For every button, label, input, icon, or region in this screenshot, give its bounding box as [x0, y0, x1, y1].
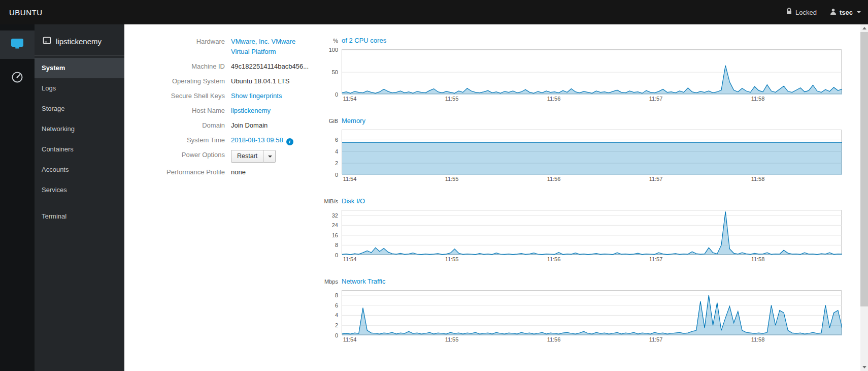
sidebar-item-terminal[interactable]: Terminal — [35, 206, 124, 227]
restart-button[interactable]: Restart — [231, 150, 263, 163]
x-tick-label: 11:56 — [547, 96, 561, 102]
hardware-link[interactable]: VMware, Inc. VMware Virtual Platform — [231, 38, 295, 55]
join-domain-link[interactable]: Join Domain — [231, 121, 268, 129]
y-tick-label: 4 — [308, 148, 338, 155]
power-options-caret-button[interactable] — [263, 150, 276, 163]
top-navbar: UBUNTU Locked tsec — [0, 0, 868, 24]
y-tick-label: 8 — [308, 241, 338, 249]
info-row-ssh-keys: Secure Shell Keys Show fingerprints — [135, 91, 308, 101]
system-info-panel: Hardware VMware, Inc. VMware Virtual Pla… — [124, 37, 308, 371]
x-tick-label: 11:56 — [547, 336, 561, 343]
scrollbar-thumb[interactable] — [860, 32, 868, 306]
x-tick-label: 11:54 — [343, 336, 357, 343]
cpu-x-axis: 11:5411:5511:5611:5711:58 — [342, 94, 842, 104]
sidebar-item-logs[interactable]: Logs — [35, 78, 124, 99]
sidebar-item-services[interactable]: Services — [35, 180, 124, 200]
operating-system-value: Ubuntu 18.04.1 LTS — [231, 76, 308, 86]
locked-indicator[interactable]: Locked — [786, 8, 817, 17]
info-row-hardware: Hardware VMware, Inc. VMware Virtual Pla… — [135, 37, 308, 57]
scroll-up-arrow[interactable] — [860, 24, 868, 32]
scroll-down-arrow[interactable] — [860, 363, 868, 371]
network-x-axis: 11:5411:5511:5611:5711:58 — [342, 335, 842, 345]
memory-unit-label: GiB — [308, 118, 338, 124]
y-tick-label: 2 — [308, 322, 338, 329]
x-tick-label: 11:55 — [445, 336, 459, 343]
sidebar-item-networking[interactable]: Networking — [35, 119, 124, 139]
system-time-link[interactable]: 2018-08-13 09:58 — [231, 136, 283, 144]
power-options-label: Power Options — [135, 150, 231, 163]
info-row-power-options: Power Options Restart — [135, 150, 308, 163]
sidebar: lipstickenemy System Logs Storage Networ… — [0, 24, 124, 371]
x-tick-label: 11:56 — [547, 256, 561, 262]
x-tick-label: 11:54 — [343, 176, 357, 182]
network-plot[interactable]: 02468 — [342, 290, 842, 335]
x-tick-label: 11:57 — [649, 176, 663, 182]
hardware-label: Hardware — [135, 37, 231, 57]
x-tick-label: 11:57 — [649, 96, 663, 102]
network-chart-title-link[interactable]: Network Traffic — [342, 277, 385, 285]
sidebar-item-storage[interactable]: Storage — [35, 99, 124, 119]
system-time-label: System Time — [135, 135, 231, 145]
lock-icon — [786, 8, 792, 17]
memory-chart: GiB Memory 0246 11:5411:5511:5611:5711:5… — [308, 117, 844, 184]
y-tick-label: 50 — [308, 69, 338, 76]
time-info-icon[interactable]: i — [286, 138, 293, 145]
host-name-link[interactable]: lipstickenemy — [231, 107, 271, 114]
charts-panel: % of 2 CPU cores 050100 11:5411:5511:561… — [308, 37, 844, 371]
y-tick-label: 4 — [308, 312, 338, 319]
info-row-operating-system: Operating System Ubuntu 18.04.1 LTS — [135, 76, 308, 86]
info-row-system-time: System Time 2018-08-13 09:58i — [135, 135, 308, 145]
cpu-plot[interactable]: 050100 — [342, 49, 842, 94]
performance-profile-value: none — [231, 167, 308, 177]
y-tick-label: 6 — [308, 136, 338, 143]
disk-io-unit-label: MiB/s — [308, 198, 338, 204]
chevron-down-icon — [857, 11, 861, 13]
y-tick-label: 16 — [308, 232, 338, 239]
host-selector[interactable]: lipstickenemy — [35, 24, 124, 55]
view-switcher-strip — [0, 24, 35, 371]
disk-io-plot[interactable]: 08162432 — [342, 210, 842, 255]
show-fingerprints-link[interactable]: Show fingerprints — [231, 92, 282, 100]
user-menu[interactable]: tsec — [830, 8, 861, 17]
triangle-up-icon — [862, 27, 866, 29]
sidebar-item-accounts[interactable]: Accounts — [35, 160, 124, 180]
main-content: Hardware VMware, Inc. VMware Virtual Pla… — [124, 24, 860, 371]
ssh-keys-label: Secure Shell Keys — [135, 91, 231, 101]
memory-x-axis: 11:5411:5511:5611:5711:58 — [342, 174, 842, 184]
power-options-dropdown: Restart — [231, 150, 276, 163]
info-row-host-name: Host Name lipstickenemy — [135, 106, 308, 116]
disk-io-chart-title-link[interactable]: Disk I/O — [342, 197, 365, 205]
performance-profile-label: Performance Profile — [135, 167, 231, 177]
x-tick-label: 11:56 — [547, 176, 561, 182]
info-row-domain: Domain Join Domain — [135, 120, 308, 131]
sidebar-item-system[interactable]: System — [35, 58, 124, 78]
memory-chart-title-link[interactable]: Memory — [342, 117, 365, 125]
y-tick-label: 0 — [308, 91, 338, 98]
sidebar-nav: System Logs Storage Networking Container… — [35, 56, 124, 227]
machine-id-value: 49c1822514114bacb456... — [231, 61, 309, 72]
disk-io-x-axis: 11:5411:5511:5611:5711:58 — [342, 255, 842, 265]
y-tick-label: 0 — [308, 332, 338, 339]
cpu-chart-title-link[interactable]: of 2 CPU cores — [342, 37, 386, 44]
machine-id-label: Machine ID — [135, 61, 231, 72]
dashboard-view-button[interactable] — [0, 64, 35, 92]
cpu-unit-label: % — [308, 38, 338, 44]
x-tick-label: 11:54 — [343, 256, 357, 262]
sidebar-menu: lipstickenemy System Logs Storage Networ… — [35, 24, 124, 371]
x-tick-label: 11:54 — [343, 96, 357, 102]
operating-system-label: Operating System — [135, 76, 231, 86]
gauge-icon — [11, 71, 24, 86]
y-tick-label: 24 — [308, 222, 338, 229]
y-tick-label: 6 — [308, 302, 338, 309]
host-server-icon — [43, 37, 51, 46]
x-tick-label: 11:58 — [751, 336, 765, 343]
triangle-down-icon — [862, 366, 866, 368]
x-tick-label: 11:55 — [445, 96, 459, 102]
username-label: tsec — [840, 9, 853, 16]
memory-plot[interactable]: 0246 — [342, 130, 842, 174]
server-view-button[interactable] — [0, 30, 35, 59]
y-tick-label: 8 — [308, 292, 338, 299]
host-name-label: lipstickenemy — [56, 37, 102, 46]
sidebar-item-containers[interactable]: Containers — [35, 139, 124, 160]
vertical-scrollbar[interactable] — [860, 24, 868, 371]
